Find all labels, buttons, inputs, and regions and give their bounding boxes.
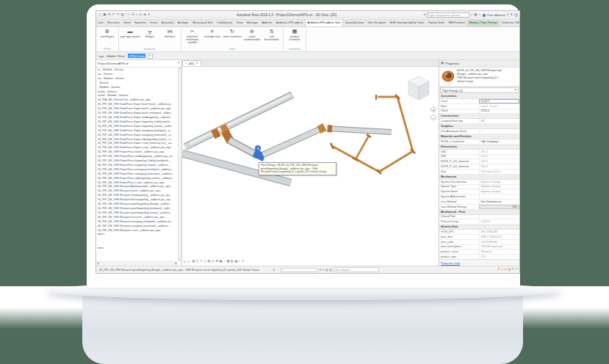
property-value[interactable]: 08671985486 — [479, 230, 519, 234]
list-item[interactable]: 56_PIF_UN_VSH PowerPress koppeling (unio… — [96, 164, 178, 168]
tab-add-ins[interactable]: Add-Ins — [260, 20, 275, 26]
ribbon-button-afsluiters[interactable]: ⋈afsluiters — [160, 28, 179, 38]
ribbon-button-arm-boven-onder[interactable]: ⇅arm boven/onder — [262, 28, 281, 41]
tab-bim-interoperability-tools[interactable]: BIM Interoperability Tools — [388, 20, 426, 26]
select-pinned-elements-icon[interactable]: ⊙ — [504, 268, 507, 271]
tab-mepcontent[interactable]: MEPcontent — [447, 20, 467, 26]
ribbon-button-instellingen[interactable]: ⚙instellingen — [98, 28, 117, 38]
property-value[interactable]: 150 mmø-150 m — [479, 170, 519, 174]
design-options-icon[interactable]: ▤ — [329, 269, 332, 272]
rendering-icon[interactable]: ▧ — [207, 260, 210, 263]
communication-center-icon[interactable]: ▦ — [474, 13, 477, 16]
view-scale[interactable]: 1 : 1 — [184, 260, 190, 263]
worksharing-display-icon[interactable]: ◨ — [226, 260, 229, 263]
property-value[interactable] — [479, 215, 519, 219]
tab-structure[interactable]: Structure — [105, 20, 121, 26]
ribbon-button-product-schedule[interactable]: ▦product schedule — [285, 28, 304, 41]
steering-wheel-icon[interactable]: ◉ — [430, 106, 436, 112]
property-value[interactable]: SNB 2 (DN150)-8 — [479, 235, 519, 239]
tab-quantification[interactable]: Quantification — [343, 20, 366, 26]
property-value[interactable]: VSH Shurjoint gro — [479, 245, 519, 250]
ribbon-button-pipe-type-wizard[interactable]: ▬pipe type wizard — [120, 28, 140, 38]
redo-icon[interactable]: ↷ — [116, 13, 119, 17]
section-icon[interactable]: ◫ — [139, 13, 142, 17]
property-value[interactable]: 1.7 — [479, 119, 519, 123]
property-value[interactable]: 150.0 — [479, 159, 519, 164]
property-value[interactable]: Hydronic Supply — [479, 189, 519, 194]
list-item[interactable]: 56_PIF_UN_VSH Shurjoint overgang (multip… — [96, 220, 178, 225]
list-item[interactable]: tems — [96, 247, 178, 251]
vertical-scrollbar[interactable]: ▲ ▼ — [178, 68, 181, 261]
temporary-view-properties-icon[interactable]: ▥ — [230, 260, 233, 263]
detail-level-icon[interactable]: ▤ — [192, 260, 195, 263]
tab-ture[interactable]: ture — [96, 20, 105, 26]
tab-manage[interactable]: Manage — [245, 20, 259, 26]
tab-analyze[interactable]: Analyze — [176, 20, 190, 26]
sun-path-icon[interactable]: ☀ — [200, 260, 203, 263]
ribbon-button-outlet-aanboorzadel[interactable]: ⊕outlet aanboorzadel — [242, 28, 262, 41]
properties-help-link[interactable]: Properties help — [441, 261, 460, 265]
list-item[interactable]: 56_PIF_UN_VSH Shurjoint groefkoppeling (… — [96, 211, 178, 216]
list-item[interactable]: 56_PIF_UN_VSH PowerPress slipkoppeling (… — [96, 177, 178, 181]
search-collapse-icon[interactable]: ◂ — [423, 13, 425, 16]
type-selector[interactable]: Pipe Fittings (1) ▾ — [440, 87, 519, 93]
tab-steel[interactable]: Steel — [122, 20, 133, 26]
print-icon[interactable]: ▤ — [120, 13, 123, 17]
shadows-icon[interactable]: ◻ — [204, 260, 206, 263]
tab-aalberts-ips-add-in-test[interactable]: Aalberts-IPS add-in Test — [305, 20, 343, 26]
tab-view[interactable]: View — [234, 20, 245, 26]
property-value[interactable]: Shurjoint — [479, 250, 519, 254]
scroll-down-icon[interactable]: ▼ — [179, 259, 181, 261]
scroll-up-icon[interactable]: ▲ — [179, 68, 181, 70]
property-value[interactable]: 0.00 Pa — [479, 219, 519, 224]
sync-icon[interactable]: ⟲ — [108, 13, 111, 17]
view-tab-close-icon[interactable]: ✕ — [195, 62, 198, 65]
worksets-status-icon[interactable]: ⇅ — [319, 269, 321, 272]
offset-dropdown-icon[interactable]: ▾ — [148, 54, 153, 59]
list-item[interactable]: doors — [96, 233, 178, 237]
list-item[interactable]: 53_PIF_UN_VSH SudoPress Koper koppeling … — [96, 125, 178, 129]
save-icon[interactable]: ▣ — [103, 13, 106, 17]
offset-value-input[interactable]: 2750.0 mm — [128, 54, 145, 58]
property-value[interactable]: <By Category> — [479, 139, 519, 144]
tab-modify-pipe-fittings[interactable]: Modify | Pipe Fittings — [467, 20, 500, 26]
property-value[interactable]: 10205006560 — [479, 240, 519, 244]
editable-only-filter-icon[interactable]: ▼ — [497, 268, 500, 271]
view-tab-3d[interactable]: ⌂ {3D} ✕ — [182, 60, 201, 66]
app-exchange-icon[interactable]: ⇅ — [510, 13, 513, 16]
property-value[interactable]: 2750.0 — [479, 109, 519, 114]
help-icon[interactable]: ? — [514, 13, 518, 17]
scroll-left-icon[interactable]: ◀ — [97, 263, 99, 265]
list-item[interactable]: 53_PIF_UN_VSH SudoPress Koper koppeling … — [96, 120, 178, 125]
property-value[interactable]: Edit — [479, 205, 519, 209]
open-icon[interactable]: ▢ — [98, 13, 101, 17]
more-controls-icon[interactable]: ▾ — [242, 260, 244, 263]
property-value[interactable]: 150.0 — [479, 150, 519, 154]
username[interactable]: Peter.Allemeki — [487, 13, 505, 17]
visual-style-icon[interactable]: ◱ — [196, 260, 199, 263]
property-value[interactable]: Use Definition on — [479, 200, 519, 204]
crop-view-icon[interactable]: ◫ — [212, 260, 215, 263]
worksets-dialog-icon[interactable]: ▥ — [325, 269, 328, 272]
show-crop-region-icon[interactable]: ⊞ — [215, 260, 218, 263]
aligned-dimension-icon[interactable]: ⊢ — [127, 13, 130, 17]
property-value[interactable]: 150.0 — [479, 155, 519, 159]
selection-filter-icon[interactable]: ▽ — [516, 268, 518, 271]
list-item[interactable]: 56_PIF_UN_VSH PowerPress overgang (trans… — [96, 172, 178, 177]
property-value[interactable]: Level : Level 1 — [479, 104, 519, 109]
text-icon[interactable]: A — [131, 13, 134, 17]
design-option-select[interactable]: Main Model — [334, 267, 379, 272]
tab-site-designer[interactable]: Site Designer — [366, 20, 388, 26]
tab-annotate[interactable]: Annotate — [159, 20, 176, 26]
editing-requests-count[interactable]: 0 — [322, 269, 324, 272]
user-menu-chevron-icon[interactable]: ▾ — [507, 13, 508, 16]
drag-elements-on-selection-icon[interactable]: ✛ — [512, 268, 515, 271]
search-input[interactable] — [427, 12, 469, 18]
property-value[interactable]: Level 1 — [479, 99, 519, 103]
3d-canvas[interactable]: ✛ ◉ ⌕ Pipe Fittings : NLRS_56_PIF_UN — [182, 67, 439, 266]
default-3d-view-icon[interactable]: ⌂ — [135, 13, 137, 17]
thin-lines-icon[interactable]: ≣ — [144, 13, 147, 17]
list-item[interactable]: 53_PIF_UN_VSH SudoPress Koper overgang (… — [96, 134, 178, 138]
list-item[interactable]: 53_PIF_UN_VSH SudoPress Koper eindkoppel… — [96, 116, 178, 120]
list-item[interactable]: 53_PIF_UN_VSH SudoPress Koper overgang (… — [96, 129, 178, 134]
